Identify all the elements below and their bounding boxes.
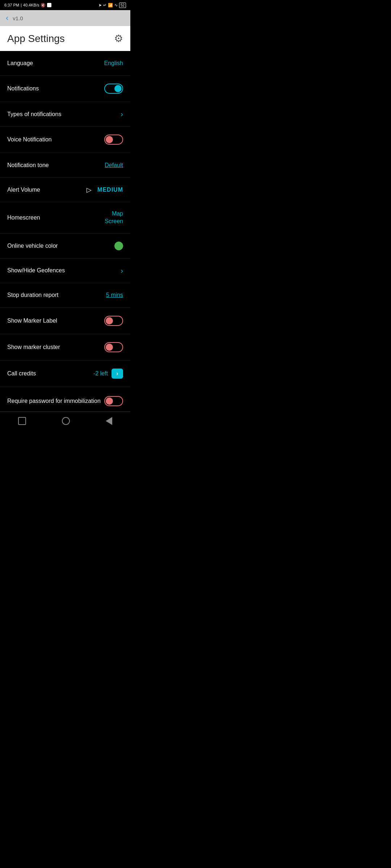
stop-icon <box>47 3 51 7</box>
notifications-toggle[interactable] <box>104 84 123 94</box>
online-vehicle-color-dot[interactable] <box>114 242 123 250</box>
types-of-notifications-label: Types of notifications <box>7 111 61 118</box>
settings-row-notification-tone[interactable]: Notification tone Default <box>0 153 130 178</box>
wifi-icon: ∿ <box>114 3 118 8</box>
settings-row-require-password[interactable]: Require password for immobilization <box>0 387 130 412</box>
nav-bar: ‹ v1.0 <box>0 10 130 26</box>
require-password-toggle[interactable] <box>104 396 123 406</box>
voice-notification-label: Voice Notification <box>7 136 52 143</box>
network-speed: | <box>21 3 22 7</box>
mute-icon: 🔇 <box>41 3 46 8</box>
call-credits-control[interactable]: -2 left › <box>93 369 123 379</box>
bottom-nav <box>0 412 130 430</box>
signal-icon: 📶 <box>108 3 113 8</box>
types-of-notifications-chevron[interactable]: › <box>121 110 123 118</box>
call-credits-value: -2 left <box>93 370 108 377</box>
show-marker-label-toggle[interactable] <box>104 316 123 326</box>
call-credits-label: Call credits <box>7 370 36 377</box>
page-title: App Settings <box>7 33 65 44</box>
show-hide-geofences-label: Show/Hide Geofences <box>7 267 65 274</box>
back-button[interactable]: ‹ <box>6 13 8 23</box>
bottom-nav-square-icon[interactable] <box>18 417 26 425</box>
settings-row-call-credits[interactable]: Call credits -2 left › <box>0 361 130 387</box>
show-marker-cluster-toggle[interactable] <box>104 342 123 352</box>
show-marker-label-label: Show Marker Label <box>7 318 57 324</box>
time: 6:37 PM <box>4 3 19 7</box>
status-bar: 6:37 PM | 40.4KB/s 🔇 ➤ ↵ 📶 ∿ 52 <box>0 0 130 10</box>
require-password-label: Require password for immobilization <box>7 398 101 404</box>
settings-row-online-vehicle-color[interactable]: Online vehicle color <box>0 234 130 259</box>
language-label: Language <box>7 60 33 67</box>
status-right: ➤ ↵ 📶 ∿ 52 <box>98 3 126 8</box>
settings-row-homescreen[interactable]: Homescreen Map Screen <box>0 202 130 234</box>
network-speed-value: 40.4KB/s <box>23 3 39 7</box>
homescreen-label: Homescreen <box>7 214 40 221</box>
settings-row-types-of-notifications[interactable]: Types of notifications › <box>0 102 130 127</box>
voice-notification-toggle[interactable] <box>104 135 123 145</box>
show-marker-cluster-label: Show marker cluster <box>7 344 60 350</box>
show-hide-geofences-chevron[interactable]: › <box>121 267 123 275</box>
language-value[interactable]: English <box>104 60 123 67</box>
settings-list: Language English Notifications Types of … <box>0 51 130 412</box>
status-left: 6:37 PM | 40.4KB/s 🔇 <box>4 3 51 8</box>
homescreen-value[interactable]: Map Screen <box>105 210 123 225</box>
bluetooth-icon: ↵ <box>103 3 106 8</box>
notification-tone-value[interactable]: Default <box>105 162 123 169</box>
play-icon[interactable]: ▷ <box>87 186 92 194</box>
settings-row-voice-notification[interactable]: Voice Notification <box>0 127 130 153</box>
stop-duration-report-value[interactable]: 5 mins <box>106 292 123 298</box>
settings-row-language[interactable]: Language English <box>0 51 130 76</box>
settings-row-show-hide-geofences[interactable]: Show/Hide Geofences › <box>0 259 130 283</box>
call-credits-arrow-icon: › <box>116 370 118 377</box>
location-icon: ➤ <box>98 3 102 8</box>
nav-title: v1.0 <box>13 15 23 21</box>
settings-row-show-marker-cluster[interactable]: Show marker cluster <box>0 334 130 361</box>
settings-row-alert-volume[interactable]: Alert Volume ▷ MEDIUM <box>0 178 130 202</box>
battery-indicator: 52 <box>119 3 126 8</box>
settings-row-stop-duration-report[interactable]: Stop duration report 5 mins <box>0 283 130 308</box>
stop-duration-report-label: Stop duration report <box>7 292 58 298</box>
alert-volume-control[interactable]: ▷ MEDIUM <box>87 186 123 194</box>
bottom-nav-back-icon[interactable] <box>106 417 112 425</box>
notifications-label: Notifications <box>7 85 39 92</box>
gear-icon[interactable]: ⚙ <box>114 33 123 44</box>
online-vehicle-color-label: Online vehicle color <box>7 243 58 249</box>
settings-row-notifications[interactable]: Notifications <box>0 76 130 102</box>
alert-volume-label: Alert Volume <box>7 187 40 193</box>
call-credits-button[interactable]: › <box>112 369 123 379</box>
settings-header: App Settings ⚙ <box>0 26 130 51</box>
bottom-nav-home-icon[interactable] <box>62 417 70 425</box>
notification-tone-label: Notification tone <box>7 162 49 169</box>
settings-row-show-marker-label[interactable]: Show Marker Label <box>0 308 130 334</box>
alert-volume-value: MEDIUM <box>97 187 123 193</box>
